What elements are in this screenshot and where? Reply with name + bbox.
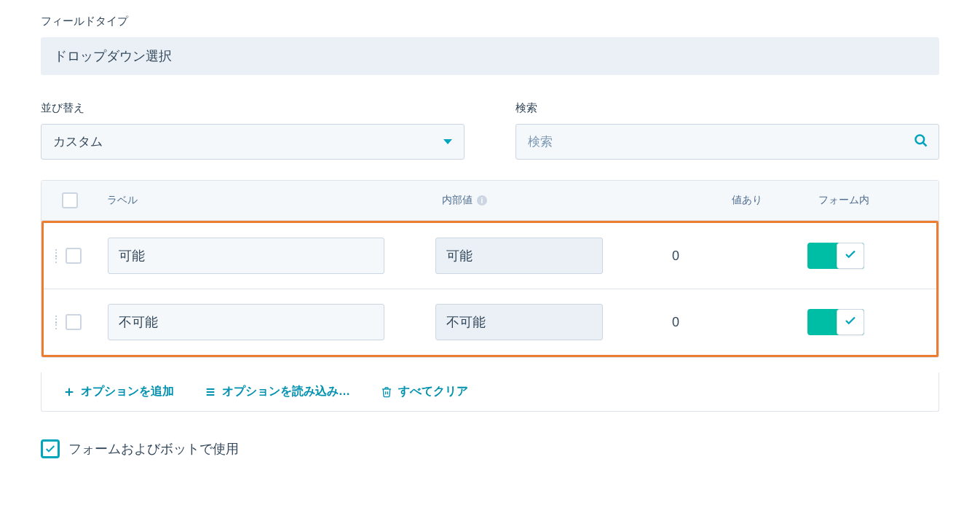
list-icon: [205, 386, 216, 398]
use-in-forms-label: フォームおよびボットで使用: [68, 440, 239, 458]
table-body-highlighted: ⋮⋮⋮⋮ 可能 可能 0 ⋮⋮⋮⋮ 不可能 不可能 0: [42, 221, 938, 357]
info-icon[interactable]: i: [477, 195, 487, 205]
in-form-toggle[interactable]: [807, 243, 864, 269]
header-count: 値あり: [660, 194, 762, 207]
svg-point-0: [916, 135, 925, 144]
trash-icon: [381, 386, 392, 398]
add-option-button[interactable]: オプションを追加: [63, 384, 174, 399]
row-checkbox[interactable]: [66, 314, 82, 330]
table-row: ⋮⋮⋮⋮ 不可能 不可能 0: [44, 289, 936, 355]
option-label-input[interactable]: 可能: [108, 238, 384, 274]
use-in-forms-checkbox[interactable]: [41, 439, 60, 458]
search-input[interactable]: [528, 135, 914, 149]
search-field-wrap: [515, 124, 939, 160]
option-count: 0: [603, 315, 748, 330]
load-options-button[interactable]: オプションを読み込み…: [205, 384, 350, 399]
field-type-value: ドロップダウン選択: [41, 37, 939, 75]
search-label: 検索: [515, 101, 939, 115]
option-label-input[interactable]: 不可能: [108, 304, 384, 340]
sort-label: 並び替え: [41, 101, 465, 115]
check-icon: [844, 248, 857, 264]
header-label: ラベル: [107, 194, 442, 207]
table-actions: オプションを追加 オプションを読み込み… すべてクリア: [41, 372, 939, 412]
in-form-toggle[interactable]: [807, 309, 864, 335]
row-checkbox[interactable]: [66, 248, 82, 264]
field-type-label: フィールドタイプ: [41, 15, 939, 28]
sort-select[interactable]: カスタム: [41, 124, 465, 160]
drag-handle-icon[interactable]: ⋮⋮⋮⋮: [51, 251, 63, 261]
header-inform: フォーム内: [762, 194, 925, 207]
drag-handle-icon[interactable]: ⋮⋮⋮⋮: [51, 317, 63, 327]
table-header: ラベル 内部値 i 値あり フォーム内: [42, 181, 938, 221]
clear-all-button[interactable]: すべてクリア: [381, 384, 468, 399]
add-option-label: オプションを追加: [81, 384, 174, 399]
option-count: 0: [603, 248, 748, 264]
chevron-down-icon: [443, 139, 452, 144]
plus-icon: [63, 386, 75, 398]
table-row: ⋮⋮⋮⋮ 可能 可能 0: [44, 223, 936, 289]
option-internal-input[interactable]: 可能: [435, 238, 603, 274]
sort-selected-value: カスタム: [53, 133, 103, 150]
load-options-label: オプションを読み込み…: [222, 384, 350, 399]
svg-line-1: [923, 142, 927, 146]
select-all-checkbox[interactable]: [62, 192, 78, 208]
check-icon: [844, 314, 857, 330]
header-internal: 内部値: [442, 194, 473, 207]
options-table: ラベル 内部値 i 値あり フォーム内 ⋮⋮⋮⋮ 可能 可能 0 ⋮⋮⋮⋮: [41, 180, 939, 358]
use-in-forms-row: フォームおよびボットで使用: [41, 439, 939, 458]
option-internal-input[interactable]: 不可能: [435, 304, 603, 340]
search-icon[interactable]: [914, 133, 928, 151]
clear-all-label: すべてクリア: [398, 384, 468, 399]
